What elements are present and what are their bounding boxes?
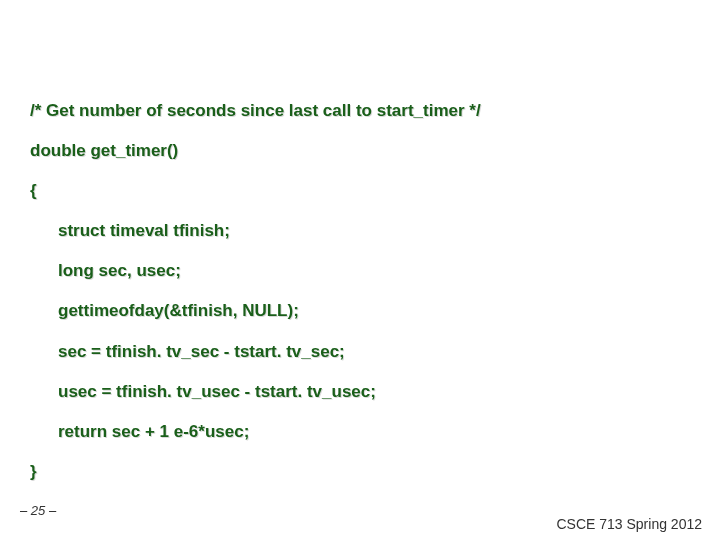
- code-var-decl: long sec, usec;: [30, 260, 690, 282]
- code-assign: sec = tfinish. tv_sec - tstart. tv_sec;: [30, 341, 690, 363]
- code-brace-open: {: [30, 180, 690, 202]
- course-label: CSCE 713 Spring 2012: [556, 516, 702, 532]
- code-function-decl: double get_timer(): [30, 140, 690, 162]
- code-comment: /* Get number of seconds since last call…: [30, 100, 690, 122]
- code-brace-close: }: [30, 461, 690, 483]
- page-number: – 25 –: [20, 503, 56, 518]
- code-assign: usec = tfinish. tv_usec - tstart. tv_use…: [30, 381, 690, 403]
- code-var-decl: struct timeval tfinish;: [30, 220, 690, 242]
- code-call: gettimeofday(&tfinish, NULL);: [30, 300, 690, 322]
- code-return: return sec + 1 e-6*usec;: [30, 421, 690, 443]
- code-block: /* Get number of seconds since last call…: [0, 0, 720, 483]
